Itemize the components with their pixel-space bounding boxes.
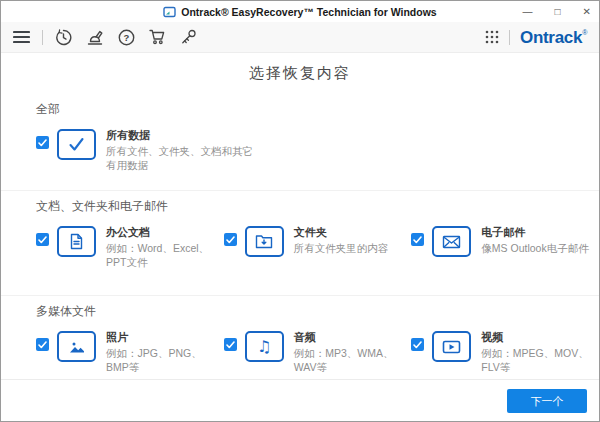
- folder-download-icon: [245, 226, 284, 257]
- checkbox-all-data[interactable]: [36, 136, 49, 149]
- item-title: 文件夹: [294, 226, 389, 239]
- section-all-row: 所有数据 所有文件、文件夹、文档和其它有用数据: [1, 129, 599, 172]
- all-data-check-icon: [57, 129, 96, 160]
- item-folders[interactable]: 文件夹 所有文件夹里的内容: [224, 226, 412, 269]
- toolbar-separator: [42, 30, 43, 45]
- license-key-icon[interactable]: [180, 29, 197, 45]
- checkbox-photos[interactable]: [36, 338, 49, 351]
- music-note-glyph: ♫: [257, 339, 271, 355]
- item-email[interactable]: 电子邮件 像MS Outlook电子邮件: [411, 226, 599, 269]
- item-title: 电子邮件: [481, 226, 588, 239]
- checkbox-email[interactable]: [411, 233, 424, 246]
- section-multimedia-row: 照片 例如：JPG、PNG、BMP等 ♫ 音频 例如：MP3、WMA、WAV等: [1, 331, 599, 374]
- cart-icon[interactable]: [149, 29, 166, 45]
- menu-icon[interactable]: [13, 30, 30, 44]
- ontrack-logo: Ontrack®: [520, 29, 587, 46]
- item-description: 所有文件、文件夹、文档和其它有用数据: [106, 145, 258, 172]
- apps-grid-icon[interactable]: [485, 30, 499, 44]
- audio-note-icon: ♫: [245, 331, 284, 362]
- checkbox-office-documents[interactable]: [36, 233, 49, 246]
- item-title: 照片: [106, 331, 224, 344]
- checkbox-folders[interactable]: [224, 233, 237, 246]
- item-description: 例如：Word、Excel、PPT文件: [106, 242, 224, 269]
- diagnostics-icon[interactable]: [86, 29, 104, 46]
- photo-icon: [57, 331, 96, 362]
- video-play-icon: [432, 331, 471, 362]
- checkbox-audio[interactable]: [224, 338, 237, 351]
- section-heading-all: 全部: [1, 101, 599, 118]
- maximize-button[interactable]: □: [555, 1, 561, 22]
- item-all-data[interactable]: 所有数据 所有文件、文件夹、文档和其它有用数据: [36, 129, 225, 172]
- section-divider: [1, 295, 599, 296]
- item-description: 像MS Outlook电子邮件: [481, 242, 588, 256]
- item-photos[interactable]: 照片 例如：JPG、PNG、BMP等: [36, 331, 224, 374]
- toolbar: ?: [1, 22, 599, 53]
- svg-text:?: ?: [124, 32, 130, 43]
- minimize-button[interactable]: —: [523, 1, 533, 22]
- window-controls: — □ ✕: [523, 1, 591, 22]
- item-description: 例如：MP3、WMA、WAV等: [294, 347, 412, 374]
- page-title: 选择恢复内容: [1, 53, 599, 83]
- item-title: 办公文档: [106, 226, 224, 239]
- history-icon[interactable]: [55, 29, 72, 46]
- item-audio[interactable]: ♫ 音频 例如：MP3、WMA、WAV等: [224, 331, 412, 374]
- item-office-documents[interactable]: 办公文档 例如：Word、Excel、PPT文件: [36, 226, 224, 269]
- help-icon[interactable]: ?: [118, 29, 135, 46]
- next-button[interactable]: 下一个: [507, 389, 587, 413]
- close-button[interactable]: ✕: [583, 1, 591, 22]
- email-envelope-icon: [432, 226, 471, 257]
- toolbar-separator: [509, 30, 510, 45]
- item-title: 音频: [294, 331, 412, 344]
- app-icon: [163, 6, 176, 18]
- registered-mark: ®: [582, 29, 587, 36]
- checkbox-video[interactable]: [411, 338, 424, 351]
- window-title-group: Ontrack® EasyRecovery™ Technician for Wi…: [163, 6, 436, 18]
- item-title: 所有数据: [106, 129, 258, 142]
- title-bar: Ontrack® EasyRecovery™ Technician for Wi…: [1, 1, 599, 22]
- section-heading-documents: 文档、文件夹和电子邮件: [1, 198, 599, 215]
- window-title: Ontrack® EasyRecovery™ Technician for Wi…: [181, 6, 436, 18]
- item-description: 例如：JPG、PNG、BMP等: [106, 347, 224, 374]
- section-heading-multimedia: 多媒体文件: [1, 303, 599, 320]
- item-description: 例如：MPEG、MOV、FLV等: [481, 347, 599, 374]
- office-document-icon: [57, 226, 96, 257]
- item-description: 所有文件夹里的内容: [294, 242, 389, 256]
- item-video[interactable]: 视频 例如：MPEG、MOV、FLV等: [411, 331, 599, 374]
- item-title: 视频: [481, 331, 599, 344]
- section-divider: [1, 190, 599, 191]
- section-documents-row: 办公文档 例如：Word、Excel、PPT文件 文件夹 所有文件夹里的内容: [1, 226, 599, 269]
- footer-bar: 下一个: [1, 379, 599, 421]
